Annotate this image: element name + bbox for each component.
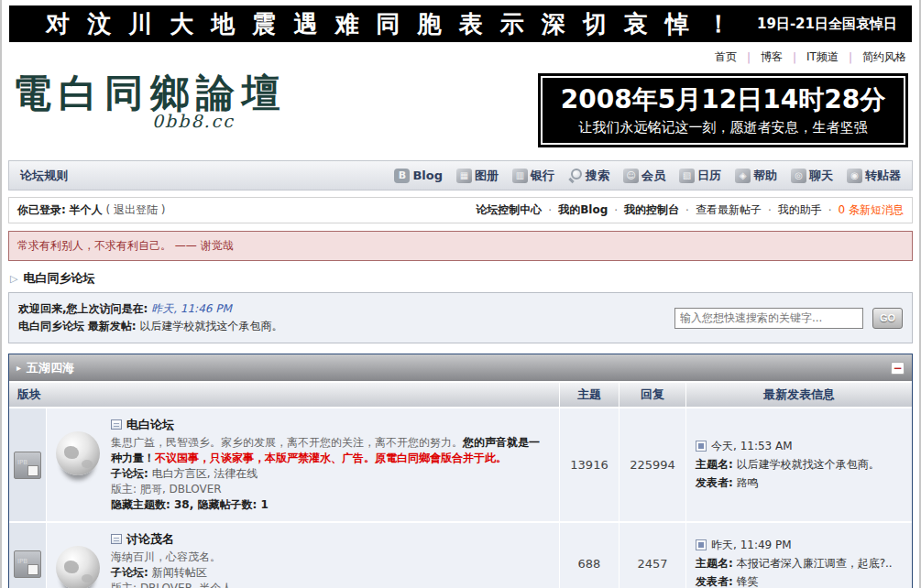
forum-title-line: 讨论茂名 — [111, 531, 233, 547]
latest-poster-link[interactable]: 路鸣 — [737, 476, 759, 489]
my-blog-link[interactable]: 我的Blog — [558, 202, 608, 218]
column-header-topics: 主题 — [560, 383, 619, 407]
repost-icon: ◉ — [847, 169, 862, 183]
forum-row: 电白论坛 集思广益，民智强乡。家乡的发展，离不开您的关注，离不开您的努力。您的声… — [47, 408, 559, 521]
quick-search: GO — [674, 308, 903, 329]
breadcrumb: ▷ 电白同乡论坛 — [10, 270, 911, 287]
nav-separator: | — [793, 51, 796, 64]
forum-table: ▸ 五湖四海 − 版块 主题 回复 最新发表信息 IPB 电白论坛 集 — [8, 354, 913, 588]
latest-poster-line: 发表者: 锋笑 — [696, 574, 903, 588]
toolbar-calendar[interactable]: ▧ 日历 — [679, 168, 721, 184]
login-status: 你已登录: 半个人 ( 退出登陆 ) — [17, 202, 165, 218]
toolbar-repost[interactable]: ◉ 转贴器 — [847, 168, 901, 184]
album-icon: ▦ — [456, 169, 472, 183]
login-status-label: 你已登录: — [17, 203, 66, 216]
topics-count: 13916 — [560, 408, 619, 521]
username-link[interactable]: 半个人 — [70, 203, 103, 216]
board-icon — [111, 419, 122, 430]
toolbar-album[interactable]: ▦ 图册 — [456, 168, 499, 184]
forum-description: 海纳百川，心容茂名。 — [111, 550, 233, 565]
memorial-message: 让我们永远铭记这一刻，愿逝者安息，生者坚强 — [550, 119, 896, 136]
forum-details: 讨论茂名 海纳百川，心容茂名。 子论坛: 新闻转帖区 版主: DBLOVER, … — [111, 531, 233, 588]
hidden-counts-line: 隐藏主题数: 38, 隐藏帖子数: 1 — [111, 497, 550, 513]
globe-icon — [56, 431, 100, 475]
view-new-posts-link[interactable]: 查看最新帖子 — [696, 202, 762, 218]
category-title-link[interactable]: 五湖四海 — [27, 360, 74, 376]
memorial-time-box-inner: 2008年5月12日14时28分 让我们永远铭记这一刻，愿逝者安息，生者坚强 — [541, 76, 905, 145]
welcome-line1-label: 欢迎回来,您上次访问是在: — [18, 302, 148, 315]
replies-count: 2457 — [619, 523, 685, 588]
forum-description-warning: 不议国事，只谈家事，本版严禁灌水、广告。原電白同鄉會版合并于此。 — [155, 452, 507, 464]
last-post-icon[interactable] — [696, 539, 707, 550]
help-icon: ◈ — [735, 169, 751, 183]
nav-link-it-channel[interactable]: IT频道 — [805, 49, 840, 66]
nav-link-blog[interactable]: 博客 — [759, 49, 784, 66]
toolbar-repost-label: 转贴器 — [865, 168, 901, 184]
latest-post-link[interactable]: 以后建学校就找这个承包商。 — [139, 320, 282, 332]
topics-count: 688 — [560, 523, 619, 588]
mourning-banner: 对 汶 川 大 地 震 遇 难 同 胞 表 示 深 切 哀 悼 ！ 19日-21… — [9, 5, 912, 42]
bank-icon: ▥ — [512, 169, 528, 183]
members-icon: ☺ — [623, 169, 639, 183]
dot-separator: · — [685, 204, 689, 217]
collapse-category-button[interactable]: − — [891, 362, 905, 375]
moderator-links[interactable]: DBLOVER, 半个人 — [140, 582, 233, 588]
mourning-days-text: 19日-21日全国哀悼日 — [757, 16, 897, 33]
forum-rules-link[interactable]: 论坛规则 — [20, 168, 68, 184]
latest-post-time-line: 今天, 11:53 AM — [696, 439, 903, 454]
subforum-links[interactable]: 电白方言区, 法律在线 — [152, 467, 258, 480]
memorial-time-box: 2008年5月12日14时28分 让我们永远铭记这一刻，愿逝者安息，生者坚强 — [538, 73, 908, 147]
latest-topic-link[interactable]: 以后建学校就找这个承包商。 — [737, 458, 880, 471]
new-messages-link[interactable]: 0 条新短消息 — [839, 202, 904, 218]
latest-topic-line: 主题名: 本报记者深入廉江调查，起底?.. — [696, 556, 903, 572]
latest-poster-link[interactable]: 锋笑 — [737, 575, 759, 588]
forum-control-center-link[interactable]: 论坛控制中心 — [476, 202, 542, 218]
latest-post-label: 最新发帖: — [88, 320, 137, 332]
breadcrumb-forum-link[interactable]: 电白同乡论坛 — [23, 270, 94, 287]
column-header-board: 版块 — [9, 383, 559, 407]
nav-separator: | — [747, 51, 751, 64]
toolbar-bank-label: 银行 — [531, 168, 554, 184]
forum-status-cell: IPB — [9, 408, 46, 521]
my-assistant-link[interactable]: 我的助手 — [778, 202, 822, 218]
category-arrow-icon: ▸ — [16, 363, 21, 373]
forum-page: 对 汶 川 大 地 震 遇 难 同 胞 表 示 深 切 哀 悼 ！ 19日-21… — [0, 0, 921, 588]
dot-separator: · — [768, 204, 772, 217]
toolbar-blog[interactable]: B Blog — [394, 169, 443, 183]
search-icon — [568, 169, 583, 183]
subforum-links[interactable]: 新闻转帖区 — [152, 566, 207, 579]
latest-topic-line: 主题名: 以后建学校就找这个承包商。 — [696, 457, 903, 473]
welcome-forum-name: 电白同乡论坛 — [18, 320, 84, 332]
latest-post-cell: 昨天, 11:49 PM 主题名: 本报记者深入廉江调查，起底?.. 发表者: … — [686, 523, 912, 588]
subforums-line: 子论坛: 新闻转帖区 — [111, 565, 233, 581]
latest-topic-link[interactable]: 本报记者深入廉江调查，起底?.. — [737, 557, 893, 570]
column-header-replies: 回复 — [619, 383, 685, 407]
toolbar-help[interactable]: ◈ 帮助 — [735, 168, 777, 184]
search-go-button[interactable]: GO — [872, 308, 903, 329]
toolbar-search[interactable]: 搜索 — [568, 168, 609, 184]
forum-details: 电白论坛 集思广益，民智强乡。家乡的发展，离不开您的关注，离不开您的努力。您的声… — [111, 417, 550, 513]
forum-status-icon: IPB — [14, 452, 41, 479]
welcome-box: 欢迎回来,您上次访问是在: 昨天, 11:46 PM 电白同乡论坛 最新发帖: … — [8, 292, 913, 343]
column-header-latest: 最新发表信息 — [686, 383, 912, 407]
latest-poster-label: 发表者: — [696, 476, 733, 489]
latest-topic-label: 主题名: — [696, 557, 733, 570]
toolbar-bank[interactable]: ▥ 银行 — [512, 168, 554, 184]
logout-link[interactable]: ( 退出登陆 ) — [105, 203, 165, 216]
toolbar-chat[interactable]: ◎ 聊天 — [791, 168, 833, 184]
nav-link-simple-style[interactable]: 简约风格 — [861, 49, 908, 66]
top-nav: 首页 | 博客 | IT频道 | 简约风格 — [13, 49, 908, 66]
latest-topic-label: 主题名: — [696, 458, 733, 471]
last-post-icon[interactable] — [696, 441, 707, 452]
nav-link-home[interactable]: 首页 — [713, 49, 739, 66]
toolbar-members[interactable]: ☺ 会员 — [623, 168, 665, 184]
forum-title-link[interactable]: 讨论茂名 — [126, 531, 174, 547]
forum-status-icon: IPB — [14, 550, 41, 578]
forum-logo[interactable]: 電白同鄉論壇 0bb8.cc — [13, 71, 288, 131]
search-input[interactable] — [674, 308, 863, 329]
my-console-link[interactable]: 我的控制台 — [624, 202, 679, 218]
moderator-links[interactable]: 肥哥, DBLOVER — [140, 483, 222, 495]
user-bar: 你已登录: 半个人 ( 退出登陆 ) 论坛控制中心 · 我的Blog · 我的控… — [8, 197, 913, 223]
latest-post-cell: 今天, 11:53 AM 主题名: 以后建学校就找这个承包商。 发表者: 路鸣 — [686, 408, 912, 521]
forum-title-link[interactable]: 电白论坛 — [126, 417, 174, 432]
